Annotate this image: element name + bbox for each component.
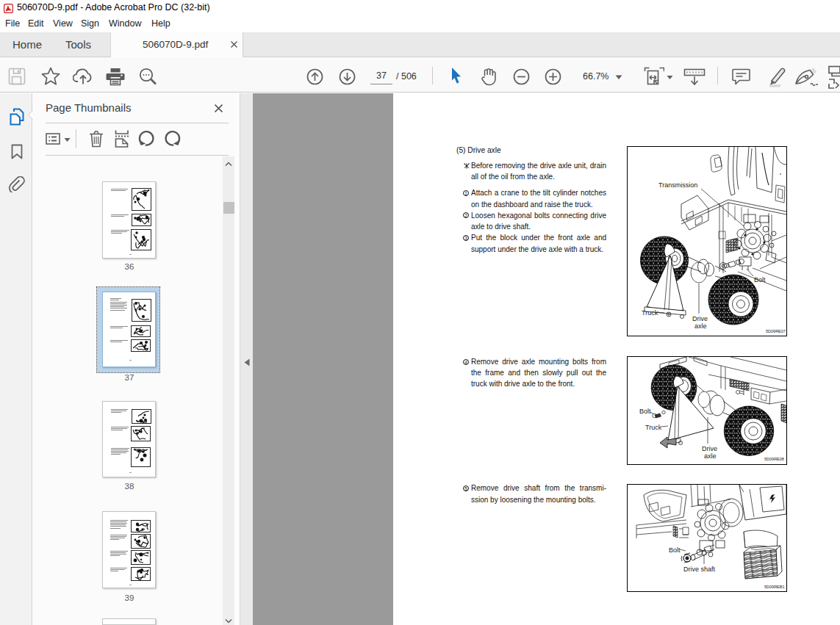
svg-text:Bolt: Bolt <box>754 276 766 283</box>
svg-text:Bolt: Bolt <box>639 408 651 415</box>
svg-text:Truck: Truck <box>645 424 662 431</box>
svg-text:Drive: Drive <box>702 445 717 452</box>
svg-text:5D09RE07: 5D09RE07 <box>766 329 786 333</box>
svg-text:5D09REB1: 5D09REB1 <box>764 585 785 589</box>
svg-text:axle: axle <box>704 452 717 460</box>
svg-text:Drive shaft: Drive shaft <box>683 566 716 573</box>
svg-text:Bolt: Bolt <box>669 546 681 554</box>
svg-text:Transmission: Transmission <box>658 181 697 189</box>
svg-text:Drive: Drive <box>692 315 708 322</box>
svg-text:Truck: Truck <box>642 309 658 317</box>
svg-text:axle: axle <box>694 322 707 330</box>
svg-text:5D09RE08: 5D09RE08 <box>764 457 784 461</box>
